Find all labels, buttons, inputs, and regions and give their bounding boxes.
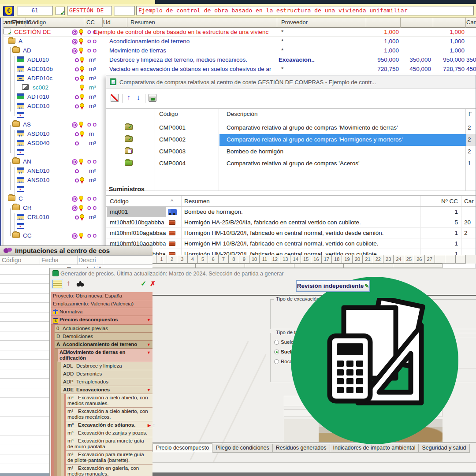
cc-input[interactable]: GESTIÓN DE [67, 6, 112, 15]
suministros-table: Código^ResumenNº CCCarmq001Bombeo de hor… [106, 195, 476, 261]
sidebar-item[interactable]: ADEExcavaciones▼ [61, 386, 152, 394]
sidebar-item[interactable]: ADLDesbroce y limpieza [61, 362, 152, 370]
sum-col-header[interactable]: ^ [171, 198, 173, 205]
comparativo-desc: Comparativo relativo al grupo de compras… [227, 124, 398, 131]
comparativo-row-CMP0002[interactable]: CMP0002Comparativo relativo al grupo de … [106, 134, 476, 146]
day-cell: 27 [425, 255, 435, 264]
comparativo-row-CMP0003[interactable]: CMP0003Bombeo de hormigón2 [106, 146, 476, 158]
tab-precio-descompuesto[interactable]: Precio descompuesto [152, 443, 212, 452]
imp-col-header[interactable]: Código [2, 257, 21, 264]
description-input[interactable]: Ejemplo de control de obra basado en la … [136, 6, 474, 15]
empty-input[interactable] [114, 6, 135, 15]
expand-arrow-icon[interactable]: ▶ [148, 423, 151, 428]
suministro-row-mt10haf010bgabbba[interactable]: mt10haf010bgabbbaHormigón HA-25/B/20/IIa… [106, 217, 476, 228]
expand-arrow-icon[interactable]: ▼ [147, 317, 151, 323]
sum-col-header[interactable]: Código [110, 198, 129, 205]
chY-icon [17, 140, 24, 145]
suministro-row-mt10hmf010agabbaa[interactable]: mt10hmf010agabbaaHormigón HM-10/B/20/I, … [106, 228, 476, 238]
imputaciones-titlebar[interactable]: Imputaciones al centro de cos [0, 246, 152, 256]
sidebar-item[interactable]: ADDDesmontes [61, 370, 152, 378]
tree-code: ANE010 [27, 167, 49, 174]
dialog-app-icon [110, 78, 116, 85]
sidebar-item[interactable]: Normativa [51, 308, 152, 316]
chY-icon [17, 103, 24, 108]
sidebar-item[interactable]: Proyecto: Obra nueva, España [51, 292, 152, 300]
suministro-row-mq001[interactable]: mq001Bombeo de hormigón.1 [106, 207, 476, 217]
sidebar-item[interactable]: 0Actuaciones previas [55, 325, 152, 333]
qty-value: 450, [466, 66, 476, 72]
tab-seguridad-y-salud[interactable]: Seguridad y salud [419, 444, 469, 453]
dialog-titlebar[interactable]: Comparativos de compras relativos al cen… [106, 75, 476, 89]
sum-col-header[interactable]: Car [464, 198, 474, 205]
col-header[interactable]: Ud [103, 19, 111, 26]
move-down-icon[interactable]: ↓ [134, 94, 142, 102]
up-level-icon[interactable]: ↑ [67, 279, 71, 288]
sidebar-item[interactable]: €Precios descompuestos▼ [51, 316, 152, 325]
sidebar-item[interactable]: m³Excavación de zanjas y pozos. [66, 429, 152, 437]
code-number-input[interactable]: 61 [17, 6, 53, 15]
sidebar-item[interactable]: ADPTerraplenados [61, 378, 152, 386]
tree-row-AD[interactable]: ADOOMovimiento de tierras*1,0001,000 [0, 46, 476, 56]
qty-value: 450,000 [400, 66, 431, 72]
qty-value: 950,000 [433, 56, 465, 63]
dlg-col-header[interactable]: Código [159, 111, 178, 117]
chY-icon [17, 130, 24, 136]
imp-col-header[interactable]: Descri [78, 257, 96, 264]
suministro-row-mt10hmf010agabbba[interactable]: mt10hmf010agabbbaHormigón HM-10/B/20/I, … [106, 238, 476, 249]
comparativo-desc: Bombeo de hormigón [227, 148, 283, 155]
drag-handle[interactable]: ⁞⁞ [153, 424, 154, 428]
status-circles: OO [87, 196, 98, 201]
card-icon[interactable] [52, 280, 62, 288]
print-icon[interactable] [149, 94, 156, 102]
comparativo-row-CMP0001[interactable]: CMP0001Comparativo relativo al grupo de … [106, 122, 476, 134]
sum-col-header[interactable]: Nº CC [424, 198, 458, 205]
dlg-col-header[interactable]: Descripción [227, 111, 258, 117]
expand-arrow-icon[interactable]: ▼ [147, 387, 151, 393]
expand-arrow-icon[interactable]: ▼ [147, 342, 151, 348]
col-header[interactable]: CantEstudio [0, 19, 31, 26]
sidebar-item[interactable]: m³Excavación a cielo abierto, con medios… [66, 394, 152, 408]
move-up-icon[interactable]: ↑ [125, 94, 133, 102]
tab-pliego-de-condiciones[interactable]: Pliego de condiciones [212, 444, 273, 453]
sheet-check-icon[interactable] [56, 7, 65, 15]
binoculars-icon[interactable] [76, 281, 84, 287]
sidebar-item[interactable]: m³Excavación en galería, con medios manu… [66, 465, 152, 476]
sidebar-item[interactable]: m³Excavación para murete guía de muro pa… [66, 437, 152, 451]
tab-residuos-generados[interactable]: Residuos generados [273, 444, 330, 453]
sidebar-item[interactable]: m³Excavación a cielo abierto, con medios… [66, 408, 152, 421]
qty-value: 728,750 [366, 66, 399, 72]
expand-arrow-icon[interactable]: ▼ [147, 350, 151, 356]
accept-icon[interactable]: ✓ [141, 279, 146, 288]
tree-row-ADL010[interactable]: ADL010m²Desbroce y limpieza del terreno,… [0, 56, 476, 65]
col-header[interactable]: Proveedor [281, 19, 308, 26]
day-cell: 12 [270, 255, 280, 264]
tree-row-ADE010b[interactable]: ADE010bm³Vaciado en excavación de sótano… [0, 65, 476, 74]
day-cell: 26 [414, 255, 424, 264]
sidebar-item[interactable]: DDemoliciones [55, 333, 152, 341]
sidebar-item[interactable]: Emplazamiento: Valencia (Valencia) [51, 300, 152, 308]
radio[interactable] [274, 340, 279, 345]
sum-col-header[interactable]: Resumen [184, 198, 210, 205]
revision-independiente-button[interactable]: Revisión independiente [296, 280, 370, 292]
day-cell: 20 [353, 255, 363, 264]
col-header[interactable]: Resumen [130, 19, 155, 26]
sidebar-item[interactable]: ADMovimiento de tierras en edificación▼ [58, 349, 152, 362]
col-header[interactable]: CC [86, 19, 95, 26]
sidebar-item[interactable]: m³Excavación de sótanos.▶ [66, 421, 152, 429]
sidebar-item[interactable]: m³Excavación para murete guía de pilote-… [66, 451, 152, 465]
radio[interactable] [274, 350, 279, 354]
imp-col-header[interactable]: Fecha [41, 257, 59, 264]
sheet-icon [4, 29, 11, 34]
sidebar-item[interactable]: AAcondicionamiento del terreno▼ [55, 341, 152, 349]
radio[interactable] [274, 359, 279, 364]
dlg-col-header[interactable]: F [469, 111, 472, 117]
tab-indicadores-de-impacto-ambiental[interactable]: Indicadores de impacto ambiental [330, 444, 419, 453]
tree-code: ADE010c [27, 75, 52, 82]
no-edit-icon[interactable] [111, 94, 119, 102]
tree-code: ADT010 [27, 93, 49, 100]
tree-row-A[interactable]: AOOAcondicionamiento del terreno*1,0001,… [0, 37, 476, 46]
tree-row-GESTIÓN DE[interactable]: GESTIÓN DEOOEjemplo de control de obra b… [0, 28, 476, 37]
day-cell: 3 [177, 255, 187, 264]
col-header[interactable]: CantCertO [466, 19, 476, 26]
comparativo-row-CMP0004[interactable]: CMP0004Comparativo relativo al grupo de … [106, 158, 476, 170]
